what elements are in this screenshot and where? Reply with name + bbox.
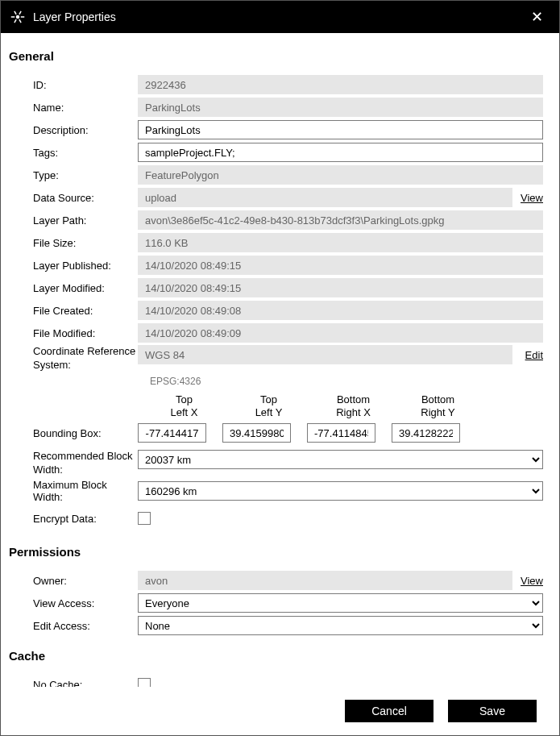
section-permissions: Permissions xyxy=(9,545,543,559)
field-type: FeaturePolygon xyxy=(138,165,543,185)
label-rec-block: Recommended Block Width: xyxy=(9,450,138,477)
save-button[interactable]: Save xyxy=(448,700,537,722)
field-layer-published: 14/10/2020 08:49:15 xyxy=(138,256,543,275)
label-data-source: Data Source: xyxy=(9,192,138,204)
close-button[interactable]: ✕ xyxy=(525,6,550,27)
label-max-block: Maximum Block Width: xyxy=(9,479,138,503)
section-general: General xyxy=(9,49,543,63)
footer: Cancel Save xyxy=(1,687,559,735)
encrypt-checkbox[interactable] xyxy=(138,512,151,525)
label-view-access: View Access: xyxy=(9,597,138,609)
svg-point-0 xyxy=(16,15,20,19)
max-block-select[interactable]: 160296 km xyxy=(138,481,543,501)
label-edit-access: Edit Access: xyxy=(9,620,138,632)
crs-edit-link[interactable]: Edit xyxy=(519,349,543,361)
field-layer-modified: 14/10/2020 08:49:15 xyxy=(138,278,543,297)
field-name: ParkingLots xyxy=(138,98,543,117)
label-tags: Tags: xyxy=(9,147,138,159)
tags-input[interactable] xyxy=(138,143,543,162)
bbox-tly-input[interactable] xyxy=(222,423,291,443)
label-owner: Owner: xyxy=(9,575,138,587)
label-description: Description: xyxy=(9,124,138,136)
svg-rect-1 xyxy=(19,10,22,15)
label-layer-path: Layer Path: xyxy=(9,214,138,227)
svg-rect-5 xyxy=(11,16,15,18)
label-file-created: File Created: xyxy=(9,305,138,317)
no-cache-checkbox[interactable] xyxy=(138,678,151,687)
data-source-view-link[interactable]: View xyxy=(519,192,543,204)
svg-rect-3 xyxy=(19,19,22,23)
label-encrypt: Encrypt Data: xyxy=(9,513,138,525)
label-file-modified: File Modified: xyxy=(9,327,138,339)
section-cache: Cache xyxy=(9,649,543,663)
label-layer-published: Layer Published: xyxy=(9,260,138,272)
label-id: ID: xyxy=(9,79,138,91)
label-bbox: Bounding Box: xyxy=(9,427,138,439)
bbox-brx-input[interactable] xyxy=(307,423,375,443)
view-access-select[interactable]: Everyone xyxy=(138,593,543,613)
svg-rect-4 xyxy=(14,19,17,23)
bbox-headers: TopLeft X TopLeft Y BottomRight X Bottom… xyxy=(150,393,543,420)
label-name: Name: xyxy=(9,102,138,114)
bbox-tlx-input[interactable] xyxy=(138,423,206,443)
field-file-modified: 14/10/2020 08:49:09 xyxy=(138,323,543,343)
edit-access-select[interactable]: None xyxy=(138,616,543,635)
field-file-created: 14/10/2020 08:49:08 xyxy=(138,301,543,320)
app-logo-icon xyxy=(10,10,25,24)
label-type: Type: xyxy=(9,169,138,181)
content-scroll[interactable]: General ID: 2922436 Name: ParkingLots De… xyxy=(1,33,559,687)
titlebar: Layer Properties ✕ xyxy=(1,1,559,33)
field-owner: avon xyxy=(138,571,512,590)
description-input[interactable] xyxy=(138,120,543,139)
field-id: 2922436 xyxy=(138,75,543,94)
cancel-button[interactable]: Cancel xyxy=(345,700,433,722)
svg-rect-2 xyxy=(21,16,25,18)
epsg-code: EPSG:4326 xyxy=(150,376,543,387)
svg-rect-6 xyxy=(14,10,17,15)
field-layer-path: avon\3e86ef5c-41c2-49e8-b430-813b73dcf3f… xyxy=(138,210,543,230)
label-file-size: File Size: xyxy=(9,237,138,249)
label-layer-modified: Layer Modified: xyxy=(9,282,138,294)
label-crs: Coordinate Reference System: xyxy=(9,345,138,372)
bbox-bry-input[interactable] xyxy=(392,423,460,443)
owner-view-link[interactable]: View xyxy=(519,575,543,587)
label-no-cache: No Cache: xyxy=(9,679,138,687)
field-data-source: upload xyxy=(138,188,512,207)
window-title: Layer Properties xyxy=(33,10,116,23)
layer-properties-window: Layer Properties ✕ General ID: 2922436 N… xyxy=(0,0,560,736)
rec-block-select[interactable]: 20037 km xyxy=(138,450,543,469)
field-crs: WGS 84 xyxy=(138,345,512,364)
field-file-size: 116.0 KB xyxy=(138,233,543,252)
